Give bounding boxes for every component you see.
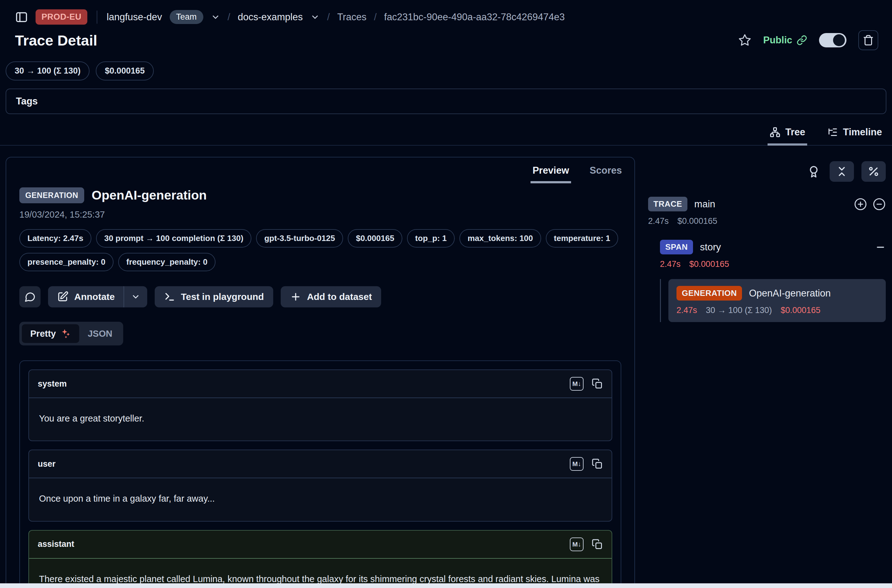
- tree-node-generation-selected[interactable]: GENERATION OpenAI-generation 2.47s 30 → …: [668, 279, 886, 322]
- messages-container: system M↓ You are a great storyteller. u…: [20, 360, 621, 588]
- observation-badges: Latency: 2.47s 30 prompt → 100 completio…: [20, 229, 621, 271]
- comment-button[interactable]: [20, 286, 41, 308]
- annotate-split-button: Annotate: [48, 286, 147, 308]
- circle-plus-icon[interactable]: [854, 198, 867, 211]
- collapse-node-icon[interactable]: [875, 242, 886, 252]
- span-metrics: 2.47s $0.000165: [660, 260, 886, 269]
- cost-badge: $0.000165: [348, 229, 402, 248]
- public-toggle[interactable]: [819, 33, 847, 47]
- annotate-icon: [57, 291, 69, 303]
- tab-timeline-label: Timeline: [843, 127, 882, 138]
- annotate-button[interactable]: Annotate: [48, 286, 123, 308]
- star-icon[interactable]: [738, 34, 751, 47]
- public-link[interactable]: Public: [763, 34, 807, 46]
- observation-title: OpenAI-generation: [92, 188, 207, 202]
- chevrons-collapse-icon: [836, 165, 848, 177]
- message-system: system M↓ You are a great storyteller.: [29, 369, 612, 441]
- observation-header: GENERATION OpenAI-generation: [20, 188, 621, 203]
- breadcrumb-project[interactable]: docs-examples: [238, 12, 303, 23]
- model-badge: gpt-3.5-turbo-0125: [256, 229, 343, 248]
- collapse-all-button[interactable]: [830, 161, 854, 182]
- markdown-toggle-icon[interactable]: M↓: [570, 457, 584, 471]
- message-header: assistant M↓: [29, 531, 612, 559]
- view-tabs: Tree Timeline: [0, 127, 892, 146]
- message-assistant: assistant M↓ There existed a majestic pl…: [29, 530, 612, 588]
- message-header: user M↓: [29, 450, 612, 478]
- tree-node-trace[interactable]: TRACE main: [648, 197, 886, 212]
- tab-tree-label: Tree: [785, 127, 805, 138]
- message-content: Once upon a time in a galaxy far, far aw…: [29, 478, 612, 520]
- breadcrumb-traces[interactable]: Traces: [337, 12, 366, 23]
- chevron-down-icon[interactable]: [310, 12, 320, 22]
- format-pretty-segment[interactable]: Pretty: [22, 324, 79, 343]
- annotate-label: Annotate: [74, 291, 115, 302]
- tab-timeline[interactable]: Timeline: [825, 127, 884, 146]
- trash-icon: [863, 34, 874, 46]
- tab-scores[interactable]: Scores: [588, 158, 624, 183]
- generation-latency: 2.47s: [676, 306, 697, 315]
- toggle-knob: [833, 34, 845, 46]
- sidebar-toggle-icon[interactable]: [15, 10, 28, 24]
- message-header: system M↓: [29, 370, 612, 398]
- main-content: Preview Scores GENERATION OpenAI-generat…: [0, 146, 892, 588]
- copy-icon[interactable]: [592, 378, 603, 389]
- tab-tree[interactable]: Tree: [767, 127, 807, 146]
- trace-metrics: 2.47s $0.000165: [648, 216, 886, 226]
- metrics-percent-button[interactable]: [862, 161, 886, 182]
- trace-type-badge: TRACE: [648, 197, 688, 212]
- observation-timestamp: 19/03/2024, 15:25:37: [20, 210, 621, 220]
- generation-tokens: 30 → 100 (Σ 130): [706, 306, 772, 315]
- delete-trace-button[interactable]: [858, 30, 878, 50]
- org-type-pill: Team: [170, 10, 203, 24]
- title-row: Trace Detail Public: [0, 29, 892, 50]
- format-json-segment[interactable]: JSON: [79, 324, 121, 343]
- breadcrumb-divider: [97, 10, 97, 24]
- breadcrumb-trace-id: fac231bc-90ee-490a-aa32-78c4269474e3: [384, 12, 565, 23]
- award-icon[interactable]: [807, 165, 820, 178]
- plus-icon: [290, 291, 301, 302]
- circle-minus-icon[interactable]: [872, 198, 886, 211]
- percent-icon: [868, 165, 880, 177]
- breadcrumb-org[interactable]: langfuse-dev: [107, 12, 162, 23]
- format-toggle: Pretty JSON: [20, 322, 123, 345]
- tab-preview[interactable]: Preview: [530, 158, 571, 183]
- markdown-toggle-icon[interactable]: M↓: [570, 377, 584, 391]
- markdown-toggle-icon[interactable]: M↓: [570, 537, 584, 551]
- max-tokens-badge: max_tokens: 100: [460, 229, 541, 248]
- environment-badge: PROD-EU: [36, 9, 87, 25]
- copy-icon[interactable]: [592, 458, 603, 470]
- span-name: story: [700, 242, 721, 253]
- breadcrumb-separator: /: [374, 12, 377, 23]
- title-actions: Public: [738, 30, 878, 50]
- page-title: Trace Detail: [15, 32, 97, 49]
- temperature-badge: temperature: 1: [546, 229, 619, 248]
- tags-label: Tags: [16, 96, 38, 106]
- add-to-dataset-button[interactable]: Add to dataset: [281, 286, 381, 308]
- tags-box[interactable]: Tags: [6, 88, 886, 114]
- trace-latency: 2.47s: [648, 216, 669, 226]
- generation-metrics: 2.47s 30 → 100 (Σ 130) $0.000165: [676, 306, 878, 315]
- link-icon: [797, 35, 807, 45]
- generation-type-badge: GENERATION: [676, 286, 742, 300]
- trace-cost: $0.000165: [677, 216, 717, 226]
- latency-badge: Latency: 2.47s: [20, 229, 92, 248]
- topbar: PROD-EU langfuse-dev Team / docs-example…: [0, 0, 892, 29]
- annotate-dropdown-button[interactable]: [124, 286, 147, 308]
- expand-collapse-controls: [854, 198, 886, 211]
- presence-penalty-badge: presence_penalty: 0: [20, 253, 114, 271]
- frequency-penalty-badge: frequency_penalty: 0: [118, 253, 216, 271]
- message-role: user: [38, 459, 56, 469]
- horizontal-scrollbar[interactable]: [0, 584, 892, 588]
- comment-icon: [24, 291, 36, 303]
- observation-type-badge: GENERATION: [20, 188, 84, 203]
- span-type-badge: SPAN: [660, 240, 693, 254]
- chevron-down-icon[interactable]: [211, 12, 220, 22]
- generation-name: OpenAI-generation: [749, 288, 830, 299]
- message-tools: M↓: [570, 457, 603, 471]
- top-p-badge: top_p: 1: [407, 229, 455, 248]
- test-in-playground-button[interactable]: Test in playground: [155, 286, 273, 308]
- message-role: assistant: [38, 539, 74, 549]
- tree-node-span[interactable]: SPAN story: [660, 240, 886, 254]
- sparkles-icon: [60, 328, 71, 339]
- copy-icon[interactable]: [592, 539, 603, 550]
